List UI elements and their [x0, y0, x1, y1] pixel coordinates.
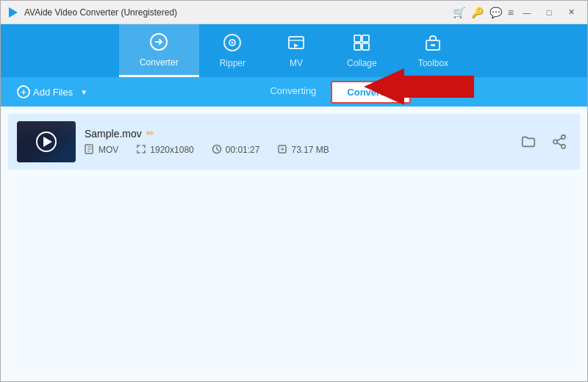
add-files-button[interactable]: + Add Files: [11, 82, 79, 101]
meta-duration: 00:01:27: [212, 144, 260, 156]
chat-icon[interactable]: 💬: [490, 7, 502, 18]
title-bar-right-icons: 🛒 🔑 💬 ≡: [453, 7, 514, 18]
collage-icon: [352, 33, 371, 55]
resolution-icon: [136, 144, 146, 156]
mv-tab-label: MV: [290, 58, 303, 68]
plus-circle-icon: +: [17, 85, 30, 98]
file-name-row: Sample.mov ✏: [85, 128, 508, 140]
title-bar-controls: — □ ✕: [517, 4, 581, 21]
nav-tab-ripper[interactable]: Ripper: [199, 24, 266, 77]
play-triangle-icon: [43, 137, 52, 147]
edit-icon[interactable]: ✏: [146, 128, 154, 139]
nav-tab-collage[interactable]: Collage: [326, 24, 398, 77]
svg-point-17: [562, 145, 566, 149]
add-files-label: Add Files: [33, 87, 73, 98]
duration-icon: [212, 144, 222, 156]
ripper-tab-label: Ripper: [220, 58, 245, 68]
toolbox-tab-label: Toolbox: [418, 58, 448, 68]
ripper-icon: [223, 33, 242, 55]
size-icon: [277, 144, 287, 156]
meta-format: MOV: [85, 144, 118, 156]
nav-tab-toolbox[interactable]: Toolbox: [398, 24, 469, 77]
svg-rect-6: [354, 35, 361, 42]
add-files-dropdown-button[interactable]: ▼: [79, 85, 89, 99]
cart-icon[interactable]: 🛒: [453, 7, 465, 18]
size-value: 73.17 MB: [291, 145, 329, 155]
converted-tab[interactable]: Converted: [331, 81, 410, 104]
app-icon: [7, 6, 20, 19]
file-meta: MOV 1920x1080: [85, 144, 508, 156]
svg-rect-7: [362, 35, 369, 42]
svg-rect-8: [354, 43, 361, 50]
top-nav: Converter Ripper MV: [1, 24, 587, 77]
converter-tab-label: Converter: [140, 57, 179, 68]
menu-icon[interactable]: ≡: [508, 7, 514, 18]
duration-value: 00:01:27: [226, 145, 260, 155]
play-button[interactable]: [36, 131, 57, 152]
format-value: MOV: [98, 145, 118, 155]
toolbar: + Add Files ▼ Converting Converted: [1, 77, 587, 107]
nav-tab-mv[interactable]: MV: [266, 24, 326, 77]
minimize-button[interactable]: —: [517, 4, 537, 21]
converted-label: Converted: [347, 87, 394, 98]
key-icon[interactable]: 🔑: [471, 7, 484, 18]
file-info: Sample.mov ✏ MOV: [85, 128, 508, 156]
svg-point-15: [562, 135, 566, 140]
converting-label: Converting: [270, 85, 316, 96]
svg-marker-0: [9, 7, 18, 18]
meta-size: 73.17 MB: [277, 144, 329, 156]
nav-tab-converter[interactable]: Converter: [119, 24, 199, 77]
svg-rect-11: [431, 44, 435, 46]
toolbar-tabs: Converting Converted: [255, 81, 410, 104]
converter-icon: [149, 32, 168, 54]
converting-tab[interactable]: Converting: [255, 81, 331, 104]
svg-rect-9: [362, 43, 369, 50]
open-folder-button[interactable]: [517, 130, 540, 154]
collage-tab-label: Collage: [347, 58, 377, 68]
close-button[interactable]: ✕: [561, 4, 581, 21]
resolution-value: 1920x1080: [150, 145, 193, 155]
format-icon: [85, 144, 95, 156]
nav-tabs: Converter Ripper MV: [119, 24, 469, 77]
file-name: Sample.mov: [85, 128, 142, 140]
toolbox-icon: [423, 33, 442, 55]
svg-point-16: [553, 140, 558, 144]
svg-point-4: [232, 42, 234, 44]
title-bar: AVAide Video Converter (Unregistered) 🛒 …: [1, 1, 587, 24]
share-button[interactable]: [548, 130, 571, 154]
maximize-button[interactable]: □: [539, 4, 559, 21]
svg-rect-5: [289, 37, 304, 48]
meta-resolution: 1920x1080: [136, 144, 193, 156]
mv-icon: [287, 33, 306, 55]
file-thumbnail[interactable]: [17, 121, 76, 162]
content-area: Sample.mov ✏ MOV: [1, 107, 587, 382]
file-actions: [517, 130, 571, 154]
file-item: Sample.mov ✏ MOV: [8, 114, 580, 170]
title-bar-text: AVAide Video Converter (Unregistered): [24, 7, 453, 18]
